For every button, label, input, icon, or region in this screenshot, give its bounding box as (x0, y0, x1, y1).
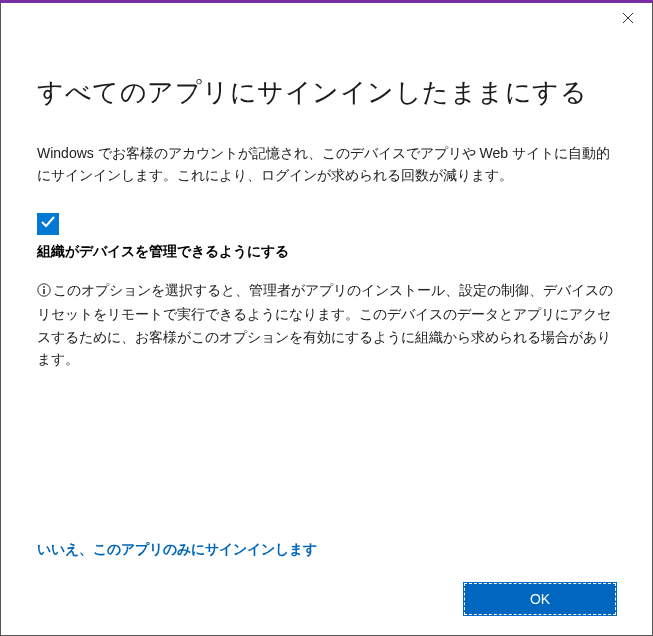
info-paragraph: このオプションを選択すると、管理者がアプリのインストール、設定の制御、デバイスの… (37, 279, 616, 371)
description-text: Windows でお客様のアカウントが記憶され、このデバイスでアプリや Web … (37, 142, 616, 187)
titlebar (1, 3, 652, 35)
info-text: このオプションを選択すると、管理者がアプリのインストール、設定の制御、デバイスの… (37, 282, 613, 367)
dialog-content: すべてのアプリにサインインしたままにする Windows でお客様のアカウントが… (1, 35, 652, 635)
checkmark-icon (40, 214, 56, 234)
footer: OK (37, 583, 616, 615)
checkbox-label: 組織がデバイスを管理できるようにする (37, 243, 616, 261)
checkbox-container (37, 213, 616, 235)
close-icon (622, 11, 634, 27)
sign-in-this-app-only-link[interactable]: いいえ、このアプリのみにサインインします (37, 541, 616, 559)
ok-button[interactable]: OK (464, 583, 616, 615)
dialog-window: すべてのアプリにサインインしたままにする Windows でお客様のアカウントが… (0, 0, 653, 636)
svg-rect-4 (43, 289, 45, 294)
svg-point-3 (43, 286, 45, 288)
allow-org-manage-checkbox[interactable] (37, 213, 59, 235)
info-icon (37, 281, 51, 303)
page-title: すべてのアプリにサインインしたままにする (37, 75, 616, 110)
close-button[interactable] (618, 9, 638, 29)
spacer (37, 370, 616, 541)
